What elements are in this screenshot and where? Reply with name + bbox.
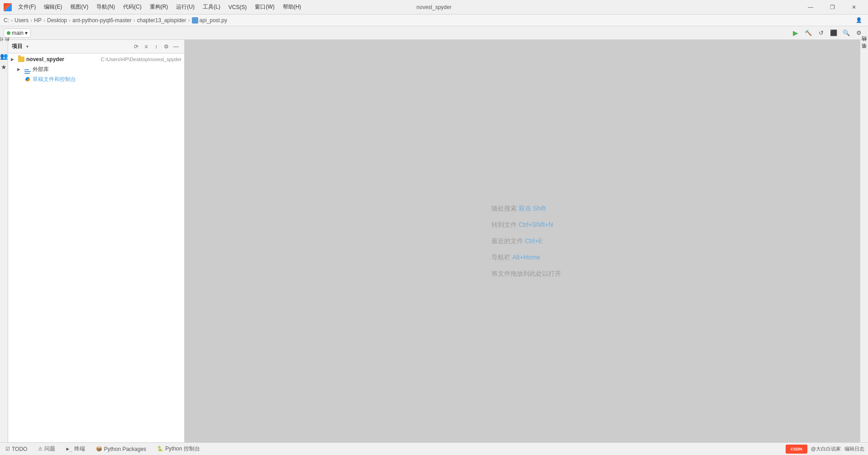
menu-bar: 文件(F) 编辑(E) 视图(V) 导航(N) 代码(C) 重构(R) 运行(U… [4, 2, 305, 12]
tree-arrow-project: ▶ [11, 57, 16, 62]
terminal-icon: ▶_ [66, 446, 72, 452]
window-title: novesl_spyder [416, 4, 451, 10]
bc-drive[interactable]: C: [4, 17, 9, 24]
hint-drag-label: 将文件拖放到此处以打开 [491, 270, 561, 277]
left-strip-icon-2[interactable]: 👥 [0, 53, 8, 60]
sidebar-content: ▶ novesl_spyder C:\Users\HP\Desktop\nove… [8, 53, 184, 442]
menu-nav[interactable]: 导航(N) [93, 2, 119, 12]
menu-tools[interactable]: 工具(L) [199, 2, 224, 12]
menu-code[interactable]: 代码(C) [119, 2, 145, 12]
left-strip-icon-3[interactable]: ★ [0, 63, 8, 71]
hint-navbar: 导航栏 Alt+Home [491, 254, 561, 262]
left-strip: 结构 👥 ★ [0, 40, 8, 442]
tree-item-external[interactable]: ▶ 外部库 [8, 64, 184, 74]
hint-search: 随处搜索 双击 Shift [491, 205, 561, 213]
tree-label-scratch: 草稿文件和控制台 [33, 76, 181, 83]
status-problems[interactable]: ⚠ 问题 [36, 444, 57, 454]
hint-goto: 转到文件 Ctrl+Shift+N [491, 221, 561, 229]
bc-project[interactable]: ant-python-pyqt6-master [72, 17, 132, 24]
tree-arrow-external: ▶ [17, 67, 23, 72]
hint-drag: 将文件拖放到此处以打开 [491, 270, 561, 278]
bc-sep-0: › [11, 17, 13, 24]
app-icon [4, 3, 12, 11]
sidebar-list-btn[interactable]: ≡ [142, 42, 151, 51]
bc-sep-4: › [134, 17, 135, 24]
sidebar-panel: 项目 ▾ ⟳ ≡ ↕ ⚙ — ▶ novesl_spyder C:\Users\… [8, 40, 185, 442]
minimize-button[interactable]: — [800, 1, 821, 14]
bc-users[interactable]: Users [14, 17, 29, 24]
user-icon-btn[interactable]: 👤 [854, 15, 864, 25]
breadcrumb-toolbar: 👤 [854, 15, 864, 25]
todo-label: TODO [12, 446, 27, 452]
sidebar-title: 项目 [12, 43, 23, 50]
hint-goto-shortcut: Ctrl+Shift+N [519, 221, 553, 228]
editor-hints: 随处搜索 双击 Shift 转到文件 Ctrl+Shift+N 最近的文件 Ct… [491, 205, 561, 278]
hint-search-label: 随处搜索 [491, 205, 519, 212]
stop-button[interactable]: ⬛ [828, 28, 839, 38]
hint-goto-label: 转到文件 [491, 221, 519, 228]
bc-hp[interactable]: HP [34, 17, 42, 24]
editor-area: 随处搜索 双击 Shift 转到文件 Ctrl+Shift+N 最近的文件 Ct… [185, 40, 868, 442]
status-todo[interactable]: ☑ TODO [4, 445, 29, 453]
problems-icon: ⚠ [38, 446, 43, 452]
tree-item-project[interactable]: ▶ novesl_spyder C:\Users\HP\Desktop\nove… [8, 54, 184, 64]
sidebar-settings-btn[interactable]: ⚙ [162, 42, 171, 51]
branch-selector[interactable]: main ▾ [4, 29, 31, 38]
sidebar-dropdown-arrow[interactable]: ▾ [26, 44, 29, 49]
sidebar-header-actions: ⟳ ≡ ↕ ⚙ — [132, 42, 181, 51]
menu-refactor[interactable]: 重构(R) [146, 2, 172, 12]
hint-recent-shortcut: Ctrl+E [525, 237, 543, 244]
status-python-packages[interactable]: 📦 Python Packages [94, 445, 148, 453]
right-tab-bookmarks[interactable]: 书签 [860, 51, 868, 54]
sidebar-collapse-btn[interactable]: ↕ [152, 42, 161, 51]
file-icon [192, 17, 198, 24]
run-button[interactable]: ▶ [790, 28, 801, 38]
menu-help[interactable]: 帮助(H) [279, 2, 305, 12]
menu-view[interactable]: 视图(V) [67, 2, 92, 12]
sidebar-header: 项目 ▾ ⟳ ≡ ↕ ⚙ — [8, 40, 184, 53]
terminal-label: 终端 [74, 445, 85, 453]
breadcrumb-bar: C: › Users › HP › Desktop › ant-python-p… [0, 14, 868, 26]
right-tab-structure[interactable]: 结构 [860, 43, 868, 47]
tree-item-scratch[interactable]: ▶ 草稿文件和控制台 [8, 74, 184, 84]
sidebar-minimize-btn[interactable]: — [172, 42, 181, 51]
bars-icon-external [24, 65, 31, 74]
hint-search-shortcut: 双击 Shift [519, 205, 546, 212]
hint-navbar-shortcut: Alt+Home [512, 254, 540, 261]
reload-button[interactable]: ↺ [816, 28, 826, 38]
bc-sep-1: › [30, 17, 32, 24]
sidebar-refresh-btn[interactable]: ⟳ [132, 42, 141, 51]
menu-edit[interactable]: 编辑(E) [40, 2, 66, 12]
status-python-console[interactable]: 🐍 Python 控制台 [155, 444, 202, 454]
todo-icon: ☑ [5, 446, 10, 452]
menu-file[interactable]: 文件(F) [14, 2, 39, 12]
menu-window[interactable]: 窗口(W) [251, 2, 278, 12]
tree-label-external: 外部库 [33, 66, 181, 73]
breadcrumb-file[interactable]: api_post.py [192, 17, 227, 24]
maximize-button[interactable]: ❐ [822, 1, 843, 14]
csdn-logo-text: CSDN [791, 447, 802, 451]
bc-chapter[interactable]: chapter13_apispider [137, 17, 186, 24]
edit-log-label[interactable]: 编辑日志 [844, 445, 864, 452]
branch-arrow: ▾ [25, 30, 28, 36]
hint-recent-label: 最近的文件 [491, 237, 525, 244]
build-button[interactable]: 🔨 [803, 28, 814, 38]
bc-sep-5: › [188, 17, 190, 24]
settings-button[interactable]: ⚙ [854, 28, 864, 38]
folder-icon-project [18, 57, 24, 62]
tree-path-project: C:\Users\HP\Desktop\novesl_spyder [100, 57, 181, 62]
close-button[interactable]: ✕ [844, 1, 864, 14]
csdn-username: @大白白说家 [811, 445, 841, 452]
bc-desktop[interactable]: Desktop [47, 17, 67, 24]
menu-run[interactable]: 运行(U) [172, 2, 198, 12]
menu-vcs[interactable]: VCS(S) [225, 3, 251, 12]
python-console-icon: 🐍 [157, 446, 163, 452]
main-area: 结构 👥 ★ 项目 ▾ ⟳ ≡ ↕ ⚙ — ▶ novesl_spyder C:… [0, 40, 868, 442]
csdn-logo: CSDN [786, 445, 807, 454]
left-strip-icon-1[interactable]: 结构 [0, 42, 8, 49]
run-bar: main ▾ ▶ 🔨 ↺ ⬛ 🔍 ⚙ [0, 26, 868, 40]
python-packages-icon: 📦 [96, 446, 102, 452]
scratch-icon [24, 76, 31, 82]
search-button[interactable]: 🔍 [841, 28, 852, 38]
status-terminal[interactable]: ▶_ 终端 [64, 444, 86, 454]
